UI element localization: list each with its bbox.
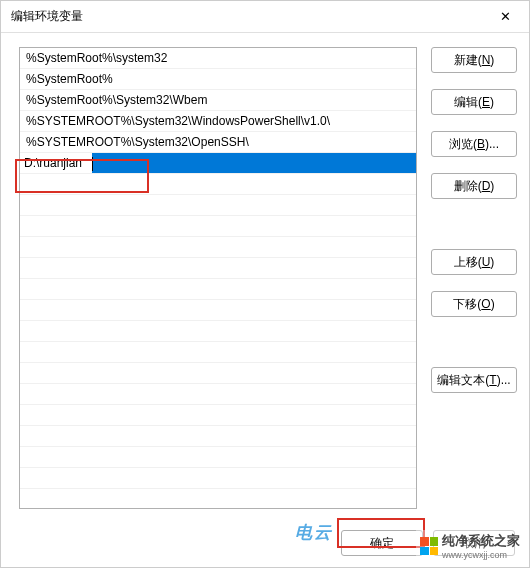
path-list[interactable]: %SystemRoot%\system32 %SystemRoot% %Syst…: [19, 47, 417, 509]
env-var-dialog: 编辑环境变量 ✕ %SystemRoot%\system32 %SystemRo…: [0, 0, 530, 568]
watermark-right: 纯净系统之家 www.ycwxjj.com: [416, 530, 524, 562]
delete-button[interactable]: 删除(D): [431, 173, 517, 199]
movedown-button[interactable]: 下移(O): [431, 291, 517, 317]
edit-button[interactable]: 编辑(E): [431, 89, 517, 115]
watermark-text: 纯净系统之家: [442, 532, 520, 550]
list-item[interactable]: %SYSTEMROOT%\System32\OpenSSH\: [20, 132, 416, 153]
list-empty-area[interactable]: [20, 174, 416, 508]
list-item-editing[interactable]: [20, 153, 416, 174]
ok-button[interactable]: 确定: [341, 530, 423, 556]
path-edit-input[interactable]: [20, 153, 92, 173]
close-icon: ✕: [500, 9, 511, 24]
browse-button[interactable]: 浏览(B)...: [431, 131, 517, 157]
titlebar: 编辑环境变量 ✕: [1, 1, 529, 33]
list-item[interactable]: %SystemRoot%\system32: [20, 48, 416, 69]
edittext-button[interactable]: 编辑文本(T)...: [431, 367, 517, 393]
dialog-title: 编辑环境变量: [11, 8, 83, 25]
text-caret: [92, 157, 93, 171]
button-column: 新建(N) 编辑(E) 浏览(B)... 删除(D) 上移(U) 下移(O): [431, 47, 517, 509]
new-button[interactable]: 新建(N): [431, 47, 517, 73]
content-area: %SystemRoot%\system32 %SystemRoot% %Syst…: [1, 33, 529, 519]
list-item[interactable]: %SystemRoot%\System32\Wbem: [20, 90, 416, 111]
windows-logo-icon: [420, 537, 438, 555]
watermark-left: 电云: [295, 521, 333, 544]
moveup-button[interactable]: 上移(U): [431, 249, 517, 275]
list-item[interactable]: %SystemRoot%: [20, 69, 416, 90]
list-item[interactable]: %SYSTEMROOT%\System32\WindowsPowerShell\…: [20, 111, 416, 132]
watermark-url: www.ycwxjj.com: [442, 550, 520, 560]
close-button[interactable]: ✕: [489, 3, 521, 31]
